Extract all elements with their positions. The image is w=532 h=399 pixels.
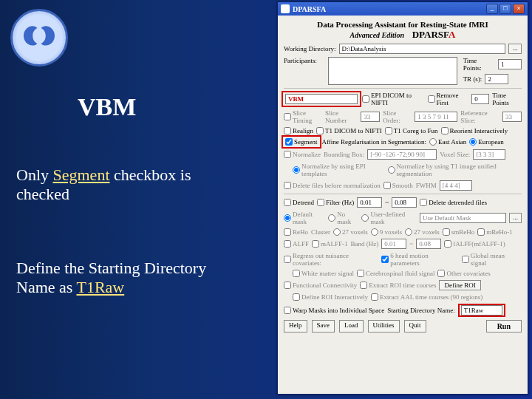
extract-aal-checkbox[interactable] (371, 293, 378, 301)
wm-label: White matter signal (301, 270, 354, 277)
malff-checkbox[interactable] (312, 240, 319, 248)
regress-checkbox[interactable] (284, 256, 291, 263)
usermask-browse-button[interactable]: ... (509, 213, 522, 223)
c9-radio[interactable] (371, 228, 378, 236)
t1coreg-checkbox[interactable] (385, 127, 392, 134)
norm-t1-radio[interactable] (388, 166, 395, 174)
workdir-browse-button[interactable]: ... (508, 44, 522, 54)
falff-checkbox[interactable] (444, 240, 451, 248)
eastasian-radio[interactable] (429, 138, 437, 146)
nomask-radio[interactable] (328, 214, 335, 222)
band-high-input[interactable] (416, 239, 441, 249)
european-label: European (478, 138, 503, 146)
epi2nifti-checkbox[interactable] (362, 95, 369, 103)
removefirst-unit: Time Points (492, 92, 522, 106)
app-icon (281, 4, 290, 13)
minimize-button[interactable]: _ (486, 4, 498, 14)
save-button[interactable]: Save (312, 320, 335, 332)
filter-low-input[interactable] (357, 197, 382, 208)
fc-checkbox[interactable] (284, 282, 291, 289)
segment-checkbox[interactable] (285, 138, 293, 146)
mreho-checkbox[interactable] (477, 228, 485, 236)
global-checkbox[interactable] (462, 256, 469, 263)
titlebar: DPARSFA _ □ × (278, 2, 528, 16)
timepoints-label: Time Points: (463, 57, 495, 72)
startdir-input[interactable] (461, 305, 502, 316)
text: checked (16, 185, 69, 203)
app-header-line1: Data Processing Assistant for Resting-St… (284, 20, 522, 29)
workdir-label: Working Directory: (284, 45, 336, 52)
sliceorder-label: Slice Order: (383, 109, 412, 124)
normalize-checkbox[interactable] (284, 151, 291, 158)
malff-label: mALFF-1 (321, 240, 348, 248)
template-select[interactable] (285, 94, 358, 104)
help-button[interactable]: Help (284, 320, 307, 332)
slicenum-label: Slice Number (325, 109, 358, 124)
csf-label: Cerebrospinal fluid signal (366, 270, 434, 277)
filter-checkbox[interactable] (317, 199, 324, 206)
removefirst-checkbox[interactable] (428, 95, 435, 103)
usermask-input[interactable] (420, 213, 506, 223)
text: Name as (16, 278, 76, 296)
bbox-input[interactable] (367, 149, 437, 160)
template-highlight (284, 93, 359, 105)
defroi-int-label: Define ROI Interactively (301, 293, 368, 301)
european-radio[interactable] (469, 138, 477, 146)
defroi-int-checkbox[interactable] (293, 293, 300, 301)
app-header-line2: Advanced Edition DPARSFA (284, 29, 522, 41)
usermask-radio[interactable] (361, 214, 369, 222)
csf-checkbox[interactable] (357, 270, 364, 277)
voxsize-input[interactable] (473, 149, 505, 160)
maximize-button[interactable]: □ (499, 4, 511, 14)
headmotion-label: 6 head motion parameters (390, 252, 458, 267)
utilities-button[interactable]: Utilities (368, 320, 400, 332)
timepoints-input[interactable] (498, 59, 522, 69)
tr-input[interactable] (485, 74, 508, 84)
participants-list[interactable] (328, 57, 457, 85)
normalize-label: Normalize (293, 151, 321, 158)
refslice-input[interactable] (502, 112, 522, 122)
norm-t1-label: Normalize by using T1 image unified segm… (397, 163, 522, 177)
defmask-radio[interactable] (284, 214, 291, 222)
global-label: Global mean signal (471, 252, 522, 267)
delete-pre-checkbox[interactable] (284, 182, 291, 189)
define-roi-button[interactable]: Define ROI (439, 280, 480, 290)
detrend-label: Detrend (293, 199, 314, 206)
fwhm-input[interactable] (440, 180, 472, 191)
smooth-checkbox[interactable] (383, 182, 391, 189)
c27b-radio[interactable] (405, 228, 412, 236)
detrend-checkbox[interactable] (284, 199, 291, 206)
delete-detrended-checkbox[interactable] (420, 199, 427, 206)
warp-checkbox[interactable] (284, 307, 291, 314)
band-low-input[interactable] (381, 239, 406, 249)
t1dicom-checkbox[interactable] (316, 127, 324, 134)
segment-label: Segment (294, 138, 318, 146)
removefirst-input[interactable] (471, 94, 489, 104)
quit-button[interactable]: Quit (404, 320, 426, 332)
realign-checkbox[interactable] (284, 127, 291, 134)
norm-epi-radio[interactable] (293, 166, 300, 174)
othercov-label: Other covariates (446, 270, 490, 277)
sliceorder-input[interactable] (415, 112, 457, 122)
reorient-checkbox[interactable] (441, 127, 449, 134)
filter-high-input[interactable] (392, 197, 417, 208)
workdir-input[interactable] (339, 44, 505, 54)
wm-checkbox[interactable] (293, 270, 300, 277)
close-button[interactable]: × (513, 4, 525, 14)
reho-checkbox[interactable] (284, 228, 291, 236)
norm-epi-label: Normalize by using EPI templates (301, 163, 385, 177)
product-name-b: A (449, 29, 455, 40)
headmotion-checkbox[interactable] (381, 256, 389, 263)
eastasian-label: East Asian (438, 138, 466, 146)
alff-checkbox[interactable] (284, 240, 291, 248)
falff-label: fALFF(mfALFF-1) (453, 240, 505, 248)
load-button[interactable]: Load (339, 320, 364, 332)
extract-checkbox[interactable] (360, 282, 367, 289)
slicetiming-checkbox[interactable] (284, 113, 291, 120)
slide-title: VBM (78, 93, 136, 121)
run-button[interactable]: Run (486, 320, 522, 332)
c27-radio[interactable] (333, 228, 341, 236)
smreho-checkbox[interactable] (443, 228, 450, 236)
othercov-checkbox[interactable] (437, 270, 445, 277)
slicenum-input[interactable] (361, 112, 380, 122)
